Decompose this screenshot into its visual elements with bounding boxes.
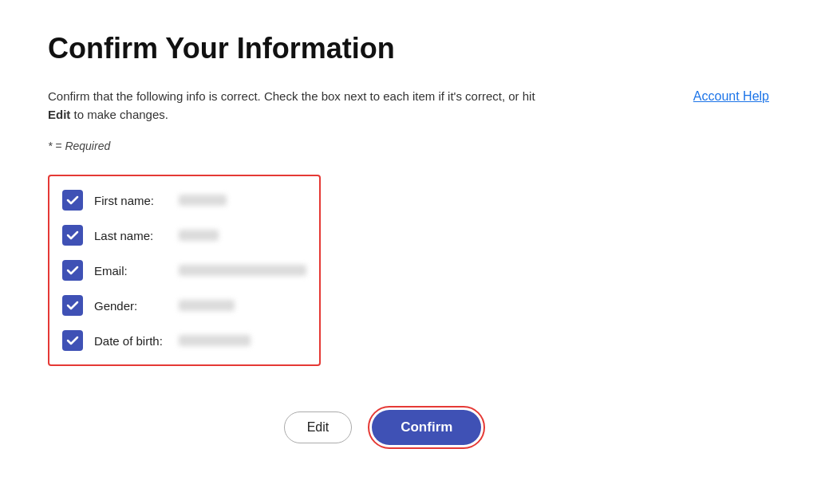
page-title: Confirm Your Information [48,32,769,65]
required-note: * = Required [48,140,769,152]
field-label-2: Email: [94,264,166,278]
checkbox-0[interactable] [62,190,83,211]
field-row-2: Email: [53,253,316,288]
field-row-4: Date of birth: [53,323,316,358]
confirm-button[interactable]: Confirm [372,410,481,445]
fields-container: First name:Last name:Email:Gender:Date o… [48,175,321,366]
actions-row: Edit Confirm [48,406,769,449]
field-label-1: Last name: [94,229,166,242]
field-value-blur-1 [179,230,219,241]
field-value-blur-0 [179,195,227,206]
field-value-blur-3 [179,300,235,311]
checkbox-1[interactable] [62,225,83,246]
field-value-blur-4 [179,335,251,346]
checkbox-2[interactable] [62,260,83,281]
field-row-1: Last name: [53,218,316,253]
field-value-blur-2 [179,265,306,276]
account-help-link[interactable]: Account Help [693,89,769,104]
field-label-3: Gender: [94,299,166,313]
description-text-1: Confirm that the following info is corre… [48,89,535,103]
description: Confirm that the following info is corre… [48,88,543,124]
description-text-2: to make changes. [70,108,168,121]
confirm-button-wrapper: Confirm [368,406,485,449]
field-label-0: First name: [94,194,166,207]
edit-button[interactable]: Edit [284,411,353,443]
field-row-0: First name: [53,183,316,218]
checkbox-4[interactable] [62,330,83,351]
field-label-4: Date of birth: [94,334,166,348]
header-row: Confirm that the following info is corre… [48,88,769,124]
checkbox-3[interactable] [62,295,83,316]
field-row-3: Gender: [53,288,316,323]
edit-inline-label: Edit [48,108,70,121]
